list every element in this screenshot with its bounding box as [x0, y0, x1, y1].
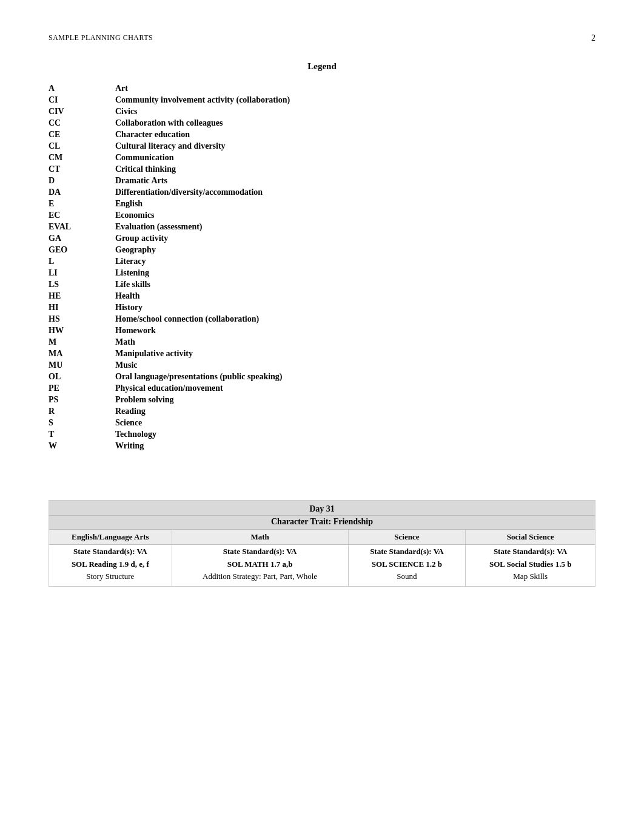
legend-row: HIHistory	[49, 302, 595, 313]
legend-abbr: HE	[49, 290, 115, 302]
content-row: Story StructureAddition Strategy: Part, …	[49, 570, 595, 586]
content-cell: Sound	[348, 570, 466, 586]
legend-desc: Civics	[115, 106, 595, 117]
legend-desc: Oral language/presentations (public spea…	[115, 371, 595, 382]
legend-row: LLiteracy	[49, 255, 595, 267]
content-cell: Map Skills	[466, 570, 595, 586]
legend-row: DADifferentiation/diversity/accommodatio…	[49, 186, 595, 198]
legend-row: CLCultural literacy and diversity	[49, 140, 595, 152]
legend-desc: Group activity	[115, 232, 595, 244]
legend-desc: Problem solving	[115, 394, 595, 405]
legend-desc: Economics	[115, 209, 595, 221]
legend-abbr: PE	[49, 382, 115, 394]
subject-cell: English/Language Arts	[49, 530, 172, 545]
legend-row: EEnglish	[49, 198, 595, 209]
legend-abbr: R	[49, 405, 115, 417]
legend-abbr: T	[49, 428, 115, 440]
legend-row: LIListening	[49, 267, 595, 279]
legend-row: MUMusic	[49, 359, 595, 371]
day-table: Day 31 Character Trait: Friendship Engli…	[49, 501, 595, 586]
legend-row: GEOGeography	[49, 244, 595, 255]
legend-abbr: CI	[49, 94, 115, 106]
legend-row: SScience	[49, 417, 595, 428]
legend-desc: Manipulative activity	[115, 348, 595, 359]
sol-row: SOL Reading 1.9 d, e, fSOL MATH 1.7 a,bS…	[49, 558, 595, 570]
legend-abbr: CIV	[49, 106, 115, 117]
legend-desc: Music	[115, 359, 595, 371]
day-row: Day 31	[49, 501, 595, 516]
legend-abbr: OL	[49, 371, 115, 382]
subject-cell: Science	[348, 530, 466, 545]
legend-abbr: GA	[49, 232, 115, 244]
legend-abbr: L	[49, 255, 115, 267]
legend-desc: Life skills	[115, 279, 595, 290]
legend-row: CCCollaboration with colleagues	[49, 117, 595, 129]
trait-row: Character Trait: Friendship	[49, 516, 595, 530]
legend-desc: Reading	[115, 405, 595, 417]
legend-abbr: HW	[49, 325, 115, 336]
legend-abbr: EC	[49, 209, 115, 221]
legend-abbr: CE	[49, 129, 115, 140]
legend-row: CTCritical thinking	[49, 163, 595, 175]
legend-abbr: CT	[49, 163, 115, 175]
day-label: Day 31	[49, 501, 595, 516]
trait-label: Character Trait: Friendship	[49, 516, 595, 530]
legend-desc: Art	[115, 83, 595, 94]
legend-abbr: GEO	[49, 244, 115, 255]
sol-cell: SOL SCIENCE 1.2 b	[348, 558, 466, 570]
legend-desc: Health	[115, 290, 595, 302]
legend-row: CMCommunication	[49, 152, 595, 163]
legend-abbr: W	[49, 440, 115, 451]
legend-desc: Homework	[115, 325, 595, 336]
legend-desc: Math	[115, 336, 595, 348]
content-cell: Addition Strategy: Part, Part, Whole	[172, 570, 348, 586]
standards-cell: State Standard(s): VA	[466, 545, 595, 559]
legend-desc: Critical thinking	[115, 163, 595, 175]
legend-abbr: D	[49, 175, 115, 186]
legend-row: TTechnology	[49, 428, 595, 440]
standards-cell: State Standard(s): VA	[49, 545, 172, 559]
legend-desc: Evaluation (assessment)	[115, 221, 595, 232]
legend-desc: Character education	[115, 129, 595, 140]
legend-desc: Collaboration with colleagues	[115, 117, 595, 129]
legend-desc: History	[115, 302, 595, 313]
content-cell: Story Structure	[49, 570, 172, 586]
document-title: SAMPLE PLANNING CHARTS	[49, 33, 153, 42]
subject-cell: Social Science	[466, 530, 595, 545]
legend-title: Legend	[49, 61, 595, 72]
sol-cell: SOL Social Studies 1.5 b	[466, 558, 595, 570]
legend-desc: Communication	[115, 152, 595, 163]
legend-row: GAGroup activity	[49, 232, 595, 244]
legend-row: MAManipulative activity	[49, 348, 595, 359]
legend-desc: Home/school connection (collaboration)	[115, 313, 595, 325]
sol-cell: SOL Reading 1.9 d, e, f	[49, 558, 172, 570]
day-table-wrapper: Day 31 Character Trait: Friendship Engli…	[49, 500, 595, 587]
standards-row: State Standard(s): VAState Standard(s): …	[49, 545, 595, 559]
legend-abbr: CC	[49, 117, 115, 129]
legend-abbr: CL	[49, 140, 115, 152]
legend-row: PSProblem solving	[49, 394, 595, 405]
legend-row: RReading	[49, 405, 595, 417]
legend-abbr: PS	[49, 394, 115, 405]
legend-row: EVALEvaluation (assessment)	[49, 221, 595, 232]
legend-abbr: MU	[49, 359, 115, 371]
legend-abbr: E	[49, 198, 115, 209]
legend-table: AArtCICommunity involvement activity (co…	[49, 83, 595, 451]
legend-abbr: LI	[49, 267, 115, 279]
legend-abbr: HS	[49, 313, 115, 325]
legend-row: LSLife skills	[49, 279, 595, 290]
legend-row: OLOral language/presentations (public sp…	[49, 371, 595, 382]
sol-cell: SOL MATH 1.7 a,b	[172, 558, 348, 570]
legend-row: CIVCivics	[49, 106, 595, 117]
legend-row: MMath	[49, 336, 595, 348]
legend-row: AArt	[49, 83, 595, 94]
subject-row: English/Language ArtsMathScienceSocial S…	[49, 530, 595, 545]
legend-desc: Writing	[115, 440, 595, 451]
legend-abbr: CM	[49, 152, 115, 163]
legend-desc: English	[115, 198, 595, 209]
legend-desc: Physical education/movement	[115, 382, 595, 394]
standards-cell: State Standard(s): VA	[172, 545, 348, 559]
legend-row: CECharacter education	[49, 129, 595, 140]
legend-desc: Technology	[115, 428, 595, 440]
legend-row: PEPhysical education/movement	[49, 382, 595, 394]
